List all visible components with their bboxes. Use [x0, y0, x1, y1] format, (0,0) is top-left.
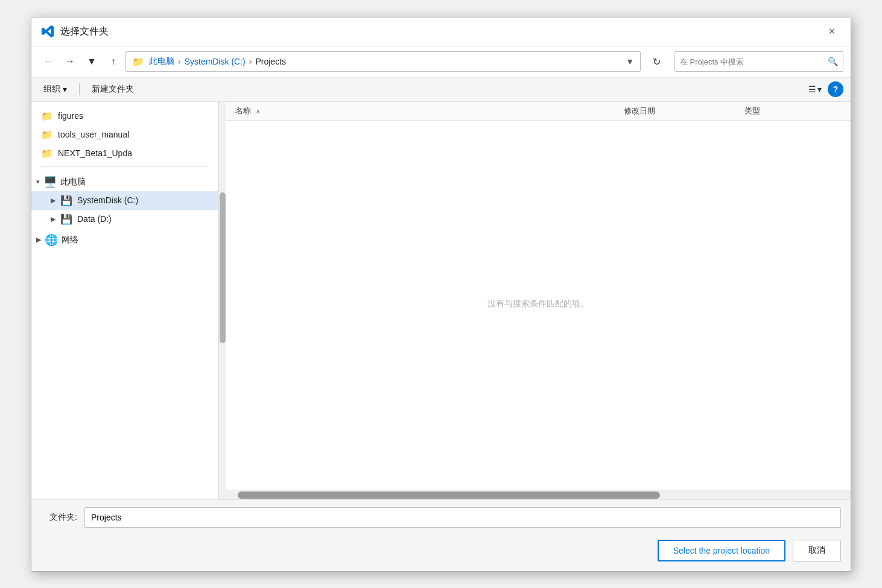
main-area: 📁 figures 📁 tools_user_manual 📁 NEXT_Bet… — [31, 102, 851, 499]
network-icon: 🌐 — [45, 233, 58, 247]
up-button[interactable]: ↑ — [104, 52, 123, 71]
select-button[interactable]: Select the project location — [658, 540, 785, 561]
expand-icon-system-disk: ▶ — [51, 197, 56, 204]
toolbar-divider — [79, 83, 80, 95]
sidebar-label-next: NEXT_Beta1_Upda — [58, 148, 132, 158]
folder-row: 文件夹: — [31, 500, 851, 535]
title-bar: 选择文件夹 × — [31, 17, 851, 46]
file-dialog: 选择文件夹 × ← → ▼ ↑ 📁 此电脑 › SystemDisk (C:) … — [31, 17, 851, 572]
help-button[interactable]: ? — [828, 81, 843, 97]
sidebar-label-tools: tools_user_manual — [58, 130, 129, 139]
sidebar-network-header[interactable]: ▶ 🌐 网络 — [31, 229, 218, 249]
dialog-title: 选择文件夹 — [60, 25, 109, 38]
dropdown-button[interactable]: ▼ — [82, 52, 101, 71]
sidebar-item-system-disk[interactable]: ▶ 💾 SystemDisk (C:) — [31, 191, 218, 210]
bottom-area: 文件夹: Select the project location 取消 — [31, 499, 851, 571]
sidebar-this-pc-header[interactable]: ▾ 🖥️ 此电脑 — [31, 171, 218, 191]
horizontal-scrollbar[interactable] — [226, 490, 851, 499]
file-list-header: 名称 ∧ 修改日期 类型 — [226, 102, 851, 121]
toolbar: 组织 ▾ 新建文件夹 ☰ ▾ ? — [31, 78, 851, 102]
breadcrumb-chevron[interactable]: ▼ — [626, 57, 634, 66]
sidebar-label-data-disk: Data (D:) — [77, 214, 112, 224]
folder-input[interactable] — [84, 507, 841, 528]
network-label: 网络 — [62, 235, 78, 245]
this-pc-label: 此电脑 — [60, 177, 86, 188]
folder-label: 文件夹: — [41, 512, 77, 523]
cancel-button[interactable]: 取消 — [793, 540, 841, 561]
expand-icon-this-pc: ▾ — [36, 178, 40, 186]
forward-button[interactable]: → — [60, 52, 80, 71]
breadcrumb-this-pc[interactable]: 此电脑 — [149, 56, 174, 67]
folder-icon-next: 📁 — [41, 148, 53, 159]
sidebar-divider-1 — [41, 166, 208, 167]
new-folder-button[interactable]: 新建文件夹 — [87, 81, 139, 97]
drive-icon-d: 💾 — [60, 213, 72, 225]
title-bar-left: 选择文件夹 — [41, 25, 109, 38]
sidebar-scroll-thumb[interactable] — [220, 192, 226, 343]
sidebar-item-figures[interactable]: 📁 figures — [31, 107, 218, 125]
nav-bar: ← → ▼ ↑ 📁 此电脑 › SystemDisk (C:) › Projec… — [31, 46, 851, 78]
breadcrumb-bar[interactable]: 📁 此电脑 › SystemDisk (C:) › Projects ▼ — [125, 51, 641, 72]
breadcrumb-drive[interactable]: SystemDisk (C:) — [185, 57, 246, 66]
search-input[interactable] — [680, 57, 824, 66]
horizontal-scroll-thumb[interactable] — [238, 492, 660, 499]
close-button[interactable]: × — [823, 22, 841, 40]
sidebar-scrollbar[interactable] — [218, 102, 226, 499]
sidebar-item-tools-user-manual[interactable]: 📁 tools_user_manual — [31, 125, 218, 144]
expand-icon-data-disk: ▶ — [51, 215, 56, 223]
search-icon: 🔍 — [828, 57, 838, 66]
breadcrumb-folder-icon: 📁 — [132, 56, 144, 68]
col-header-type[interactable]: 类型 — [744, 106, 841, 116]
search-bar: 🔍 — [674, 51, 843, 72]
sort-indicator: ∧ — [256, 108, 260, 115]
folder-icon-figures: 📁 — [41, 110, 53, 122]
this-pc-icon: 🖥️ — [43, 175, 57, 189]
toolbar-right: ☰ ▾ ? — [805, 81, 843, 97]
col-header-name[interactable]: 名称 ∧ — [235, 106, 624, 116]
expand-icon-network: ▶ — [36, 236, 41, 244]
drive-icon-c: 💾 — [60, 195, 72, 206]
empty-message: 没有与搜索条件匹配的项。 — [487, 299, 589, 309]
sidebar-label-system-disk: SystemDisk (C:) — [77, 195, 138, 205]
file-area: 名称 ∧ 修改日期 类型 没有与搜索条件匹配的项。 — [226, 102, 851, 499]
action-row: Select the project location 取消 — [31, 535, 851, 571]
breadcrumb-current: Projects — [255, 57, 286, 66]
sidebar: 📁 figures 📁 tools_user_manual 📁 NEXT_Bet… — [31, 102, 218, 499]
sidebar-label-figures: figures — [58, 111, 83, 121]
sidebar-item-data-disk[interactable]: ▶ 💾 Data (D:) — [31, 210, 218, 229]
sidebar-item-next-beta[interactable]: 📁 NEXT_Beta1_Upda — [31, 144, 218, 163]
back-button[interactable]: ← — [39, 52, 58, 71]
col-header-date[interactable]: 修改日期 — [624, 106, 744, 116]
view-button[interactable]: ☰ ▾ — [805, 82, 825, 96]
folder-icon-tools: 📁 — [41, 129, 53, 141]
vscode-icon — [41, 25, 54, 38]
organize-button[interactable]: 组织 ▾ — [39, 81, 72, 97]
file-list-content: 没有与搜索条件匹配的项。 — [226, 121, 851, 490]
refresh-button[interactable]: ↻ — [647, 52, 666, 71]
